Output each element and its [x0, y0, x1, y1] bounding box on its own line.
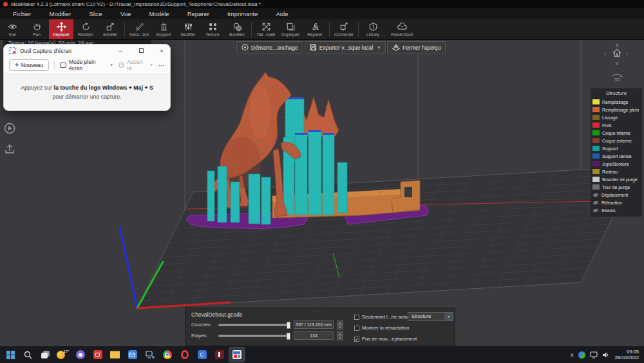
play-circle-action-button[interactable]: Démarre...anchage [236, 41, 303, 54]
menu-aide[interactable]: Aide [267, 8, 297, 19]
snip-more-button[interactable]: ⋯ [158, 62, 165, 69]
etapes-value[interactable]: 134 [294, 331, 334, 340]
toolbar-boolean[interactable]: Booléen [225, 19, 249, 39]
taskbar-file-explorer-icon[interactable] [107, 347, 123, 362]
snip-maximize-button[interactable] [133, 44, 149, 57]
preview-action-button[interactable]: Fermer l'aperçu [387, 41, 446, 54]
taskbar-start-icon[interactable] [3, 347, 19, 362]
couches-value[interactable]: 397 / 119.100 mm [294, 320, 334, 329]
view-navigation: ∧ ‹ › ∨ 3D [598, 42, 638, 88]
checkbox-row[interactable]: Montrer la retractation [354, 323, 454, 333]
snipping-tool-window[interactable]: Outil Capture d'écran – × + Nouveau Mode… [3, 44, 171, 111]
snip-window-title: Outil Capture d'écran [20, 48, 108, 54]
legend-toggle-dplacement[interactable]: Déplacement [591, 191, 642, 199]
viewport-3d[interactable]: Temps: 10 heure(s), 56 min, 29 sec Démar… [0, 40, 644, 346]
legend-item[interactable]: Coque interne [591, 129, 642, 137]
legend-item[interactable]: Support dense [591, 152, 642, 160]
menu-fichier[interactable]: Fichier [4, 8, 41, 19]
legend-toggle-seams[interactable]: Seams [591, 206, 642, 214]
toolbar-cloud[interactable]: RaiseCloud [385, 19, 419, 39]
checkbox-row[interactable]: ✓Pas de mou...eplacement [354, 334, 454, 344]
taskbar-task-view-icon[interactable] [37, 347, 53, 362]
taskbar-ideamaker-icon[interactable] [229, 347, 245, 362]
taskbar-red-app-icon[interactable] [90, 347, 106, 362]
toolbar-connect[interactable]: Connecter [332, 19, 356, 39]
toolbar-freecut[interactable]: Deco...bre [127, 19, 151, 39]
toolbar-duplicate[interactable]: Dupliquer [278, 19, 303, 39]
legend-item[interactable]: Coque externe [591, 137, 642, 144]
toolbar-modify[interactable]: Modifier [176, 19, 200, 39]
legend-item[interactable]: Remplissage plein [591, 106, 642, 113]
volume-tray-icon[interactable] [602, 351, 610, 358]
menu-bar: FichierModifierSliceVueModèleReparerImpr… [0, 8, 644, 19]
toolbar-texture[interactable]: Texture [200, 19, 225, 39]
menu-slice[interactable]: Slice [80, 8, 111, 19]
taskbar-media-app-icon[interactable] [211, 347, 227, 362]
etapes-slider-handle[interactable] [287, 333, 290, 340]
checkbox[interactable] [354, 315, 359, 320]
etapes-slider[interactable] [218, 335, 290, 337]
legend-item[interactable]: Tour de purge [591, 183, 642, 191]
taskbar-clock[interactable]: 09:05 28/10/2022 [614, 349, 639, 360]
structure-legend: Structure RemplissageRemplissage pleinLi… [591, 88, 642, 217]
menu-modifier[interactable]: Modifier [41, 8, 80, 19]
rotate-down-button[interactable]: ∨ [615, 60, 620, 66]
legend-item[interactable]: Remplissage [591, 98, 642, 106]
toolbar-view[interactable]: Vue [0, 19, 24, 39]
checkbox[interactable] [354, 326, 359, 331]
toolbar-support[interactable]: Support [151, 19, 176, 39]
menu-vue[interactable]: Vue [111, 8, 140, 19]
snip-title-bar[interactable]: Outil Capture d'écran – × [4, 44, 170, 57]
snip-close-button[interactable]: × [153, 44, 170, 57]
toolbar-move[interactable]: Deplacer [49, 19, 73, 39]
toolbar-separator [124, 22, 125, 37]
toolbar-repair[interactable]: Reparer [303, 19, 327, 39]
model-chevaldebout[interactable] [187, 72, 429, 228]
rotate-right-button[interactable]: › [626, 50, 628, 57]
toolbar-split[interactable]: Tail...inale [254, 19, 278, 39]
legend-item[interactable]: Pont [591, 121, 642, 129]
menu-modle[interactable]: Modèle [140, 8, 178, 19]
upload-button[interactable] [4, 143, 15, 155]
snip-delay-dropdown[interactable]: Aucun re ▼ [118, 59, 153, 72]
preview-play-button[interactable] [4, 123, 15, 134]
taskbar-remote-app-icon[interactable] [142, 347, 158, 362]
save-action-button[interactable]: Exporter v...sque local▼ [305, 41, 386, 54]
taskbar-weather-icon[interactable]: 17° [55, 347, 71, 362]
etapes-stepper[interactable]: ▲▼ [337, 331, 343, 340]
home-view-icon[interactable] [611, 47, 623, 59]
snip-mode-dropdown[interactable]: Mode plein écran ▼ [60, 59, 114, 72]
legend-toggle-rtraction[interactable]: Rétraction [591, 199, 642, 206]
toolbar-pan[interactable]: Pan [24, 19, 49, 39]
taskbar-c-app-icon[interactable]: C [194, 347, 210, 362]
display-tray-icon[interactable] [590, 351, 598, 358]
rotate-left-button[interactable]: ‹ [604, 50, 606, 57]
menu-reparer[interactable]: Reparer [178, 8, 218, 19]
preview-slider-panel: ...... ChevalDebout.gcode Couches: 397 /… [185, 308, 455, 346]
checkbox[interactable]: ✓ [354, 337, 359, 342]
couches-slider-handle[interactable] [287, 322, 290, 329]
toolbar-library[interactable]: Library [361, 19, 385, 39]
taskbar-chat-app-icon[interactable] [72, 347, 88, 362]
taskbar-chrome-icon[interactable] [159, 347, 175, 362]
toolbar-rotate[interactable]: Rotation [73, 19, 98, 39]
tray-overflow-chevron[interactable]: ∧ [571, 352, 574, 358]
structure-view-dropdown[interactable]: Structure ▼ [408, 312, 453, 321]
couches-stepper[interactable]: ▲▼ [337, 320, 343, 329]
legend-item[interactable]: Lissage [591, 113, 642, 121]
legend-item[interactable]: Radeau [591, 168, 642, 175]
legend-item[interactable]: Jupe/Bordure [591, 160, 642, 168]
toolbar-scale[interactable]: Echelle [98, 19, 122, 39]
legend-item[interactable]: Bouclier de purge [591, 175, 642, 183]
defender-tray-icon[interactable] [578, 351, 585, 358]
taskbar-mail-icon[interactable] [124, 347, 140, 362]
snip-minimize-button[interactable]: – [112, 44, 129, 57]
legend-title: Structure [591, 90, 642, 96]
menu-imprimante[interactable]: Imprimante [218, 8, 267, 19]
couches-slider[interactable] [218, 324, 290, 326]
taskbar-opera-icon[interactable] [176, 347, 193, 362]
rotate-3d-icon[interactable]: 3D [609, 72, 625, 86]
legend-item[interactable]: Support [591, 144, 642, 152]
taskbar-search-icon[interactable] [20, 347, 36, 362]
snip-new-button[interactable]: + Nouveau [9, 59, 49, 71]
